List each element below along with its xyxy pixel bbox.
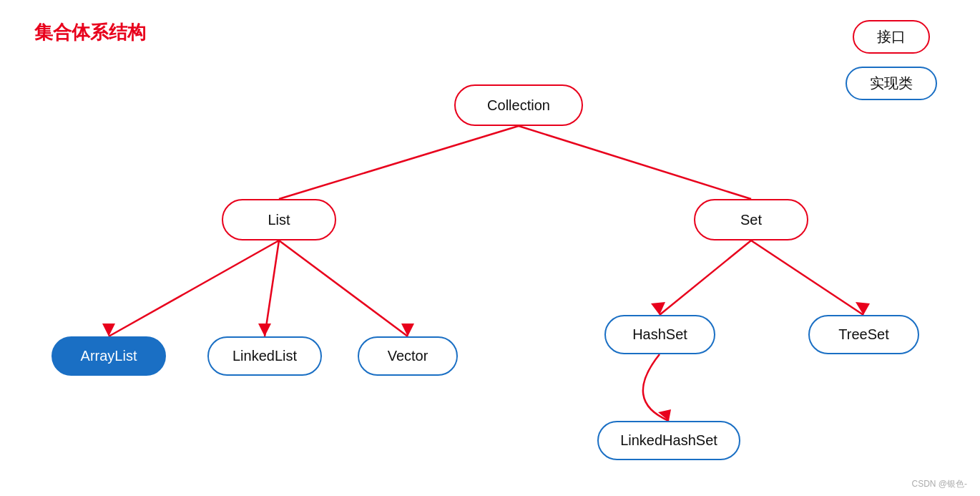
legend-impl: 实现类: [846, 67, 937, 100]
legend-interface: 接口: [853, 20, 930, 54]
svg-marker-5: [258, 324, 271, 336]
node-treeset: TreeSet: [808, 315, 919, 354]
node-collection: Collection: [454, 84, 583, 126]
svg-line-2: [109, 240, 279, 336]
svg-line-8: [660, 240, 751, 315]
page-title: 集合体系结构: [34, 20, 146, 45]
node-vector: Vector: [358, 336, 458, 376]
node-hashset: HashSet: [604, 315, 715, 354]
svg-line-1: [519, 126, 751, 199]
svg-line-6: [279, 240, 408, 336]
svg-marker-7: [401, 324, 414, 336]
node-arraylist: ArrayList: [52, 336, 166, 376]
node-linkedlist: LinkedList: [207, 336, 322, 376]
svg-line-0: [279, 126, 519, 199]
node-linkedhashset: LinkedHashSet: [597, 421, 740, 460]
node-set: Set: [694, 199, 808, 240]
watermark: CSDN @银色-: [911, 478, 967, 490]
node-list: List: [222, 199, 336, 240]
svg-line-10: [751, 240, 863, 315]
svg-line-4: [265, 240, 279, 336]
svg-marker-11: [856, 302, 870, 315]
legend: 接口 实现类: [846, 20, 937, 100]
